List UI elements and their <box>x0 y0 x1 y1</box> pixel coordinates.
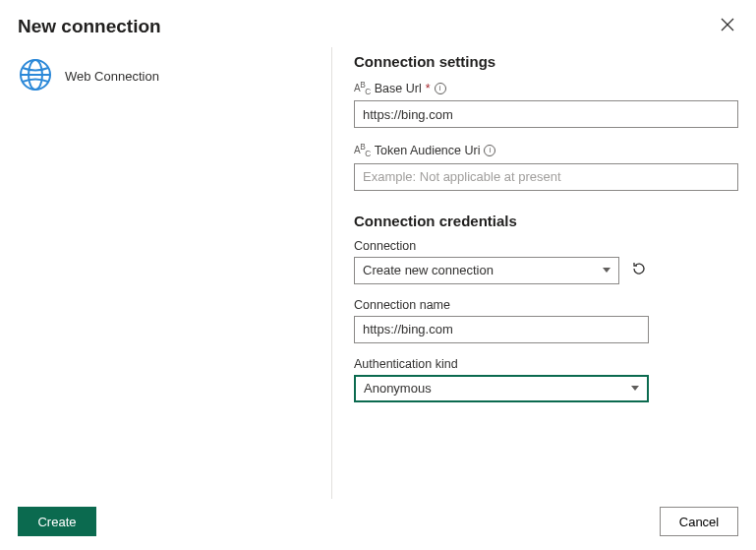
close-button[interactable] <box>717 14 738 39</box>
connection-name-label: Connection name <box>354 298 450 312</box>
connection-select[interactable]: Create new connection <box>354 257 619 284</box>
token-audience-input[interactable] <box>354 163 738 191</box>
text-type-icon: ABC <box>354 80 371 96</box>
base-url-label: Base Url <box>375 82 422 95</box>
connection-name-input[interactable] <box>354 316 649 343</box>
auth-kind-select-value: Anonymous <box>364 381 432 396</box>
required-marker: * <box>426 82 431 95</box>
connector-item-web[interactable]: Web Connection <box>18 53 331 99</box>
base-url-input[interactable] <box>354 100 738 128</box>
refresh-icon <box>631 261 647 279</box>
token-audience-label: Token Audience Uri <box>375 144 481 157</box>
globe-icon <box>18 57 53 95</box>
connector-item-label: Web Connection <box>65 69 159 84</box>
connection-label: Connection <box>354 239 416 253</box>
auth-kind-select[interactable]: Anonymous <box>354 375 649 402</box>
info-icon[interactable]: i <box>484 145 495 156</box>
section-connection-credentials: Connection credentials <box>354 213 738 229</box>
connection-select-value: Create new connection <box>363 263 494 277</box>
section-connection-settings: Connection settings <box>354 53 738 70</box>
refresh-connections-button[interactable] <box>629 259 649 281</box>
chevron-down-icon <box>631 386 639 391</box>
close-icon <box>721 18 734 34</box>
chevron-down-icon <box>603 268 611 273</box>
text-type-icon: ABC <box>354 142 371 158</box>
auth-kind-label: Authentication kind <box>354 357 458 371</box>
dialog-title: New connection <box>18 16 161 37</box>
cancel-button[interactable]: Cancel <box>660 507 738 536</box>
create-button[interactable]: Create <box>18 507 96 536</box>
info-icon[interactable]: i <box>435 83 446 94</box>
